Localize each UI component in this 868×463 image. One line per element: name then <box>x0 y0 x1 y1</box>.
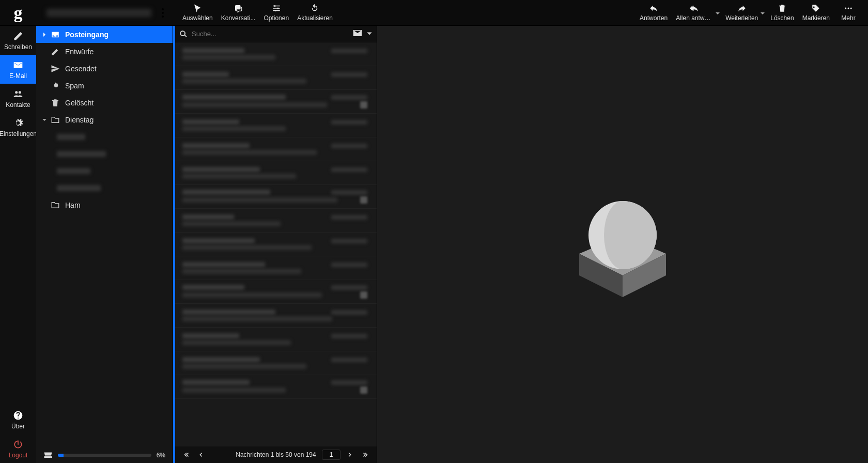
message-date-redacted <box>331 190 367 195</box>
message-row[interactable] <box>175 209 377 233</box>
pager-next[interactable] <box>344 449 356 461</box>
compose-icon <box>13 31 23 41</box>
folder-sent-label: Gesendet <box>65 65 97 73</box>
message-sender-redacted <box>182 95 286 100</box>
pager-page-input[interactable] <box>322 450 340 460</box>
forward-button[interactable]: Weiterleiten <box>721 0 766 25</box>
folder-tuesday-sub-1[interactable] <box>36 128 173 145</box>
message-sender-redacted <box>182 214 234 220</box>
rail-compose[interactable]: Schreiben <box>0 26 36 55</box>
message-row[interactable] <box>175 233 377 256</box>
search-scope-mail[interactable] <box>353 29 362 39</box>
message-row[interactable] <box>175 114 377 137</box>
inbox-icon <box>50 30 61 39</box>
message-row[interactable] <box>175 185 377 209</box>
svg-point-2 <box>162 16 164 18</box>
refresh-label: Aktualisieren <box>297 14 333 22</box>
gear-icon <box>13 118 23 128</box>
main-area: Schreiben E-Mail Kontakte Einstellungen … <box>0 26 868 463</box>
pencil-icon <box>50 47 61 56</box>
account-selector[interactable] <box>36 0 173 25</box>
folder-spam[interactable]: Spam <box>36 77 173 94</box>
search-input[interactable] <box>192 30 349 38</box>
forward-caret[interactable] <box>760 10 765 16</box>
folder-sent[interactable]: Gesendet <box>36 60 173 77</box>
forward-icon <box>737 4 747 13</box>
message-row[interactable] <box>175 280 377 304</box>
send-icon <box>50 64 61 73</box>
header-logo-slot: g <box>0 0 36 25</box>
folder-tuesday-sub-3[interactable] <box>36 162 173 179</box>
select-button[interactable]: Auswählen <box>178 0 217 25</box>
trash-icon <box>778 4 787 13</box>
search-options-toggle[interactable] <box>366 29 373 39</box>
message-subject-redacted <box>182 102 327 107</box>
rail-about[interactable]: Über <box>0 405 36 434</box>
message-row[interactable] <box>175 42 377 66</box>
rail-settings-label: Einstellungen <box>0 130 37 137</box>
message-row[interactable] <box>175 256 377 280</box>
message-row[interactable] <box>175 161 377 185</box>
message-date-redacted <box>331 215 367 220</box>
attachment-icon <box>360 291 367 299</box>
message-sender-redacted <box>182 143 250 148</box>
chevron-down-icon <box>42 117 47 122</box>
help-icon <box>13 410 23 421</box>
message-row[interactable] <box>175 351 377 375</box>
conversations-button[interactable]: Konversati... <box>217 0 260 25</box>
message-list-pane: Nachrichten 1 bis 50 von 194 <box>173 26 377 463</box>
folder-ham[interactable]: Ham <box>36 196 173 213</box>
message-sender-redacted <box>182 380 250 385</box>
roundcube-logo <box>561 182 685 306</box>
reply-all-button[interactable]: Allen antwo... <box>672 0 721 25</box>
message-sender-redacted <box>182 48 244 53</box>
rail-settings[interactable]: Einstellungen <box>0 113 36 142</box>
rail-logout[interactable]: Logout <box>0 434 36 463</box>
message-row[interactable] <box>175 328 377 351</box>
delete-button[interactable]: Löschen <box>766 0 798 25</box>
mark-button[interactable]: Markieren <box>798 0 834 25</box>
message-list[interactable] <box>175 42 377 446</box>
power-icon <box>13 439 23 450</box>
folder-spam-label: Spam <box>65 82 84 90</box>
folder-tuesday-caret[interactable] <box>41 117 48 122</box>
folder-inbox[interactable]: Posteingang <box>36 26 173 43</box>
flame-icon <box>50 81 61 90</box>
pager-prev[interactable] <box>195 449 207 461</box>
options-button[interactable]: Optionen <box>259 0 293 25</box>
message-row[interactable] <box>175 304 377 328</box>
disk-icon <box>43 452 53 459</box>
folder-drafts[interactable]: Entwürfe <box>36 43 173 60</box>
chevron-down-icon <box>366 30 373 37</box>
message-date-redacted <box>331 263 367 267</box>
message-subject-redacted <box>182 245 312 250</box>
svg-point-1 <box>162 12 164 14</box>
first-page-icon <box>183 451 190 458</box>
pager-first[interactable] <box>180 449 193 461</box>
mail-icon <box>13 60 23 70</box>
folder-tuesday[interactable]: Dienstag <box>36 111 173 128</box>
folder-trash[interactable]: Gelöscht <box>36 94 173 111</box>
pager-last[interactable] <box>359 449 371 461</box>
message-row[interactable] <box>175 66 377 90</box>
folder-inbox-caret[interactable] <box>41 32 48 37</box>
reply-button[interactable]: Antworten <box>636 0 672 25</box>
message-row[interactable] <box>175 375 377 399</box>
more-button[interactable]: Mehr <box>834 0 863 25</box>
folder-tuesday-sub-4[interactable] <box>36 179 173 196</box>
message-row[interactable] <box>175 137 377 161</box>
message-sender-redacted <box>182 310 275 315</box>
message-sender-redacted <box>182 333 239 338</box>
refresh-button[interactable]: Aktualisieren <box>293 0 337 25</box>
rail-mail[interactable]: E-Mail <box>0 55 36 84</box>
account-menu-button[interactable] <box>157 0 169 26</box>
reply-all-label: Allen antwo... <box>676 14 713 22</box>
folder-tuesday-sub-2[interactable] <box>36 145 173 162</box>
message-sender-redacted <box>182 262 265 267</box>
message-row[interactable] <box>175 90 377 114</box>
rail-contacts[interactable]: Kontakte <box>0 84 36 113</box>
reply-all-caret[interactable] <box>715 10 720 16</box>
message-sender-redacted <box>182 238 255 243</box>
message-date-redacted <box>331 120 367 125</box>
reply-label: Antworten <box>640 14 668 22</box>
